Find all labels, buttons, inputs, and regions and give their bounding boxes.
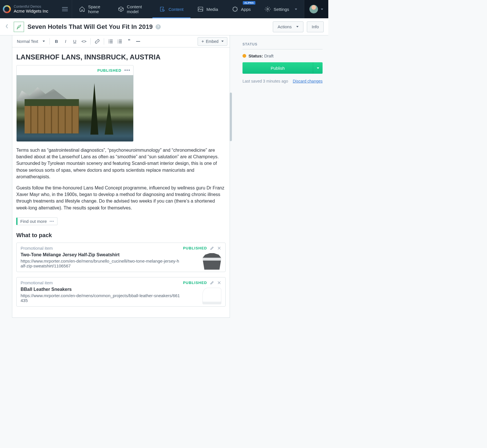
- page-title: Seven Hotels That Will Get You Fit In 20…: [27, 23, 153, 31]
- nav-content-model[interactable]: Content model: [111, 0, 153, 18]
- bold-button[interactable]: B: [52, 37, 61, 46]
- edit-icon[interactable]: [210, 281, 214, 285]
- chevron-down-icon: [295, 9, 297, 10]
- publish-label: Publish: [271, 66, 285, 71]
- discard-changes-link[interactable]: Discard changes: [293, 79, 323, 83]
- svg-rect-5: [110, 40, 113, 40]
- entry-status: PUBLISHED: [183, 246, 207, 250]
- more-icon[interactable]: •••: [124, 68, 130, 73]
- nav-settings[interactable]: Settings: [258, 0, 304, 18]
- svg-point-1: [267, 8, 269, 10]
- inline-entry-label: Find out more: [20, 219, 47, 224]
- svg-text:3: 3: [118, 42, 118, 44]
- horizontal-rule-button[interactable]: [134, 37, 142, 46]
- gear-icon: [265, 6, 271, 12]
- entry-type-icon: [14, 22, 24, 32]
- scrollbar-thumb[interactable]: [230, 93, 232, 141]
- info-label: Info: [312, 24, 319, 29]
- chevron-down-icon: [296, 26, 299, 27]
- brand-title: Acme Widgets Inc: [14, 9, 48, 14]
- back-button[interactable]: [3, 23, 11, 30]
- entry-status: PUBLISHED: [183, 281, 207, 285]
- blockquote-button[interactable]: ”: [125, 37, 133, 46]
- brand-section: Contentful Demos Acme Widgets Inc: [0, 0, 72, 18]
- edit-icon[interactable]: [210, 246, 214, 250]
- more-icon[interactable]: •••: [50, 219, 54, 223]
- user-menu[interactable]: [304, 0, 328, 18]
- saved-row: Last saved 3 minutes ago Discard changes: [242, 79, 323, 83]
- contentful-logo-icon: [3, 5, 11, 13]
- divider: [242, 49, 323, 49]
- embed-button[interactable]: + Embed: [198, 37, 227, 46]
- chevron-down-icon: [321, 9, 323, 10]
- nav-media[interactable]: Media: [190, 0, 225, 18]
- svg-rect-6: [110, 41, 113, 42]
- bulleted-list-button[interactable]: [106, 37, 115, 46]
- entry-type-label: Promotional item: [21, 246, 53, 251]
- status-row: Status: Draft: [242, 53, 323, 58]
- entry-url: https://www.mrporter.com/en-de/mens/brun…: [21, 259, 181, 268]
- embedded-entry-card[interactable]: Promotional item PUBLISHED Two-Tone Méla…: [16, 243, 226, 272]
- status-value: Draft: [264, 53, 274, 58]
- embedded-entry-card[interactable]: Promotional item PUBLISHED BBall Leather…: [16, 277, 226, 307]
- menu-icon[interactable]: [62, 7, 68, 11]
- svg-rect-12: [119, 41, 122, 42]
- separator: [49, 38, 50, 45]
- separator: [104, 38, 104, 45]
- entry-title: Two-Tone Mélange Jersey Half-Zip Sweatsh…: [21, 252, 221, 257]
- nav-label: Settings: [274, 7, 289, 12]
- close-icon[interactable]: [217, 281, 221, 285]
- code-button[interactable]: <>: [79, 37, 88, 46]
- style-select-label: Normal Text: [17, 39, 38, 44]
- nav-space-home[interactable]: Space home: [72, 0, 111, 18]
- info-button[interactable]: Info: [307, 21, 324, 32]
- title-bar: Seven Hotels That Will Get You Fit In 20…: [0, 18, 328, 35]
- inline-entry[interactable]: Find out more •••: [16, 217, 57, 225]
- publish-button-group: Publish: [242, 62, 323, 74]
- underline-button[interactable]: U: [70, 37, 79, 46]
- status-dot-icon: [242, 54, 246, 58]
- nav-apps[interactable]: ALPHA Apps: [225, 0, 258, 18]
- link-button[interactable]: [93, 37, 102, 46]
- svg-rect-11: [119, 40, 122, 40]
- paragraph-style-select[interactable]: Normal Text: [15, 38, 47, 45]
- embedded-asset-card[interactable]: PUBLISHED •••: [16, 65, 134, 142]
- asset-thumbnail: [17, 75, 133, 141]
- help-icon[interactable]: ?: [156, 24, 161, 29]
- entry-type-label: Promotional item: [21, 280, 53, 285]
- rich-text-toolbar: Normal Text B I U <> 123 ”: [12, 35, 230, 47]
- close-icon[interactable]: [217, 246, 221, 250]
- status-label: Status:: [249, 53, 263, 58]
- numbered-list-button[interactable]: 123: [116, 37, 124, 46]
- article-heading[interactable]: LANSERHOF LANS, INNSBRUCK, AUSTRIA: [16, 53, 226, 61]
- avatar: [309, 5, 318, 13]
- edit-icon: [159, 6, 166, 12]
- entry-thumbnail: [202, 288, 221, 304]
- svg-point-4: [109, 42, 110, 43]
- nav-label: Apps: [241, 7, 251, 12]
- asset-status: PUBLISHED: [98, 68, 122, 73]
- puzzle-icon: [232, 6, 238, 12]
- paragraph[interactable]: Terms such as “gastrointestinal diagnost…: [16, 147, 226, 180]
- publish-button[interactable]: Publish: [242, 62, 313, 74]
- separator: [90, 38, 91, 45]
- chevron-down-icon: [221, 41, 224, 42]
- top-nav: Contentful Demos Acme Widgets Inc Space …: [0, 0, 328, 18]
- nav-label: Content model: [127, 4, 146, 14]
- image-icon: [197, 6, 204, 12]
- brand[interactable]: Contentful Demos Acme Widgets Inc: [3, 5, 48, 14]
- actions-label: Actions: [278, 24, 292, 29]
- publish-dropdown[interactable]: [313, 62, 323, 74]
- nav-content[interactable]: Content: [152, 0, 190, 18]
- nav-label: Content: [168, 7, 184, 12]
- svg-point-2: [109, 39, 110, 40]
- chevron-down-icon: [317, 67, 319, 69]
- svg-rect-7: [110, 43, 113, 43]
- paragraph[interactable]: Guests follow the time-honoured Lans Med…: [16, 185, 226, 211]
- nav-label: Media: [206, 7, 218, 12]
- editor-body[interactable]: LANSERHOF LANS, INNSBRUCK, AUSTRIA PUBLI…: [12, 47, 230, 317]
- actions-button[interactable]: Actions: [273, 21, 303, 32]
- article-subheading[interactable]: What to pack: [16, 232, 226, 239]
- italic-button[interactable]: I: [61, 37, 70, 46]
- sidebar: STATUS Status: Draft Publish Last saved …: [230, 35, 328, 318]
